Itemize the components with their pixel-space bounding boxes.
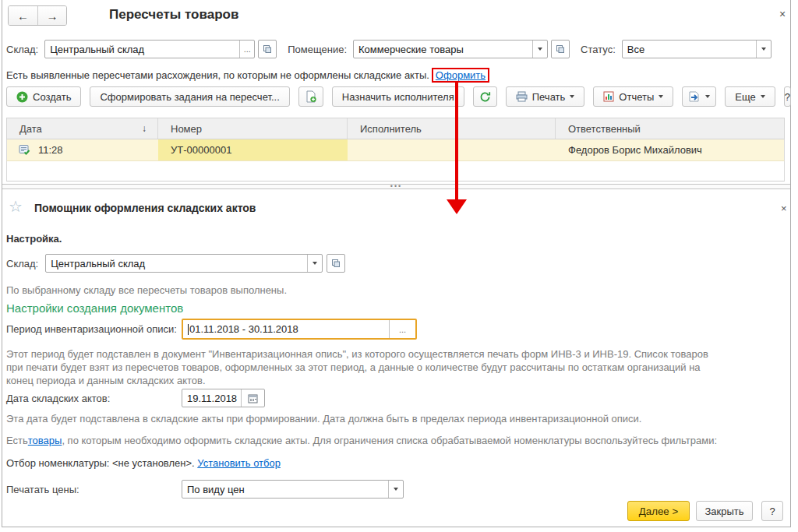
calendar-icon (248, 393, 258, 403)
period-hint: Этот период будет подставлен в документ … (6, 347, 714, 387)
assistant-title: Помощник оформления складских актов (34, 202, 256, 214)
create-button[interactable]: Создать (6, 86, 81, 107)
set-selection-link[interactable]: Установить отбор (197, 457, 281, 469)
next-button[interactable]: Далее > (627, 501, 690, 521)
column-label: Дата (19, 123, 42, 135)
dropdown-button[interactable] (388, 481, 403, 498)
dropdown-button[interactable] (532, 41, 547, 58)
assistant-warehouse-field[interactable]: Центральный склад (45, 254, 323, 273)
column-header-executor[interactable]: Исполнитель (348, 118, 556, 139)
history-nav: ← → (8, 5, 67, 26)
column-header-date[interactable]: Дата ↓ (7, 118, 158, 139)
form-tasks-label: Сформировать задания на пересчет... (100, 91, 279, 103)
chevron-down-icon (761, 95, 765, 98)
selection-text: Отбор номенклатуры: <не установлен>. (6, 457, 197, 469)
discrepancy-message: Есть выявленные пересчетами расхождения,… (6, 68, 489, 83)
message-text: Есть выявленные пересчетами расхождения,… (6, 69, 429, 81)
cell-date[interactable]: 11:28 (7, 139, 158, 160)
dropdown-button[interactable] (307, 255, 322, 272)
reports-label: Отчеты (619, 91, 654, 103)
annotation-arrow-line (455, 82, 458, 200)
dropdown-button[interactable] (756, 41, 771, 58)
goods-line-post: , по которым необходимо оформить складск… (62, 435, 717, 446)
cell-date-value: 11:28 (38, 144, 63, 156)
cell-number[interactable]: УТ-00000001 (158, 139, 348, 160)
status-field[interactable]: Все (622, 40, 772, 58)
create-inventory-doc-button[interactable] (298, 86, 323, 107)
panel-splitter[interactable]: ••• (2, 184, 790, 189)
forward-button[interactable]: → (37, 6, 66, 25)
page-title: Пересчеты товаров (109, 7, 238, 23)
more-label: Еще (735, 91, 755, 103)
open-warehouse-button[interactable] (258, 40, 277, 58)
chevron-down-icon (312, 262, 317, 265)
close-button[interactable]: Закрыть (696, 501, 753, 521)
back-button[interactable]: ← (9, 6, 37, 25)
period-label: Период инвентаризационной описи: (6, 323, 182, 335)
date-hint: Эта дата будет подставлена в складские а… (6, 413, 641, 425)
date-label: Дата складских актов: (6, 393, 182, 404)
text-caret (188, 324, 189, 335)
back-arrow-icon: ← (17, 9, 29, 23)
cell-responsible[interactable]: Федоров Борис Михайлович (556, 139, 784, 160)
acts-date-value: 19.11.2018 (182, 389, 241, 407)
calendar-button[interactable] (241, 389, 264, 407)
status-value: Все (623, 41, 756, 58)
warehouse-label: Склад: (6, 258, 38, 270)
warehouse-row: Склад: Центральный склад (6, 254, 345, 273)
recount-table: Дата ↓ Номер Исполнитель Ответственный 1… (6, 118, 785, 181)
document-export-icon (688, 91, 701, 102)
prices-row: Печатать цены: По виду цен (6, 480, 404, 499)
choose-button[interactable]: ... (389, 320, 415, 338)
date-row: Дата складских актов: 19.11.2018 (6, 389, 265, 407)
open-room-button[interactable] (551, 40, 570, 58)
form-tasks-button[interactable]: Сформировать задания на пересчет... (90, 86, 289, 107)
period-value: 01.11.2018 - 30.11.2018 (189, 323, 298, 335)
annotation-arrow-head (447, 199, 467, 214)
group-title: Настройки создания документов (6, 301, 183, 315)
help-button[interactable]: ? (784, 86, 791, 107)
period-field[interactable]: 01.11.2018 - 30.11.2018 ... (182, 319, 417, 340)
document-check-icon (19, 144, 30, 156)
splitter-dots-icon: ••• (390, 182, 402, 190)
table-row[interactable]: 11:28 УТ-00000001 Федоров Борис Михайлов… (6, 139, 785, 161)
warehouse-field[interactable]: Центральный склад ... (44, 40, 255, 58)
help-button[interactable]: ? (761, 501, 783, 521)
prices-value: По виду цен (182, 481, 388, 498)
print-label: Печать (532, 91, 566, 103)
cell-executor[interactable] (348, 139, 556, 160)
more-button[interactable]: Еще (725, 86, 775, 107)
help-label: ? (785, 91, 790, 103)
room-field[interactable]: Коммерческие товары (353, 40, 548, 58)
chevron-down-icon (570, 95, 574, 98)
open-icon (556, 44, 565, 54)
refresh-button[interactable] (473, 86, 497, 107)
goods-line: Есть товары , по которым необходимо офор… (6, 435, 717, 446)
annotation-highlight-box: Оформить (432, 68, 489, 83)
choose-button[interactable]: ... (239, 41, 254, 58)
plus-circle-icon (16, 91, 28, 103)
goods-link[interactable]: товары (28, 435, 62, 446)
create-label: Создать (33, 91, 71, 103)
close-icon[interactable]: × (779, 8, 786, 20)
close-icon[interactable]: × (781, 203, 787, 214)
column-header-number[interactable]: Номер (158, 118, 348, 139)
column-header-responsible[interactable]: Ответственный (556, 118, 784, 139)
sort-desc-icon: ↓ (142, 123, 147, 134)
warehouse-value: Центральный склад (45, 41, 239, 58)
table-header: Дата ↓ Номер Исполнитель Ответственный (6, 118, 785, 139)
assign-executor-label: Назначить исполнителя (342, 91, 454, 103)
register-link[interactable]: Оформить (436, 69, 486, 81)
refresh-icon (479, 91, 491, 103)
open-warehouse-button[interactable] (327, 254, 345, 273)
room-value: Коммерческие товары (354, 41, 532, 58)
reports-button[interactable]: Отчеты (593, 86, 673, 107)
toolbar: Создать Сформировать задания на пересчет… (6, 86, 786, 107)
favorite-star-icon[interactable]: ☆ (9, 197, 23, 216)
assign-executor-button[interactable]: Назначить исполнителя (332, 86, 464, 107)
print-button[interactable]: Печать (506, 86, 585, 107)
prices-field[interactable]: По виду цен (182, 480, 404, 499)
export-button[interactable] (682, 86, 716, 107)
acts-date-field[interactable]: 19.11.2018 (182, 389, 265, 407)
report-chart-icon (603, 91, 614, 102)
